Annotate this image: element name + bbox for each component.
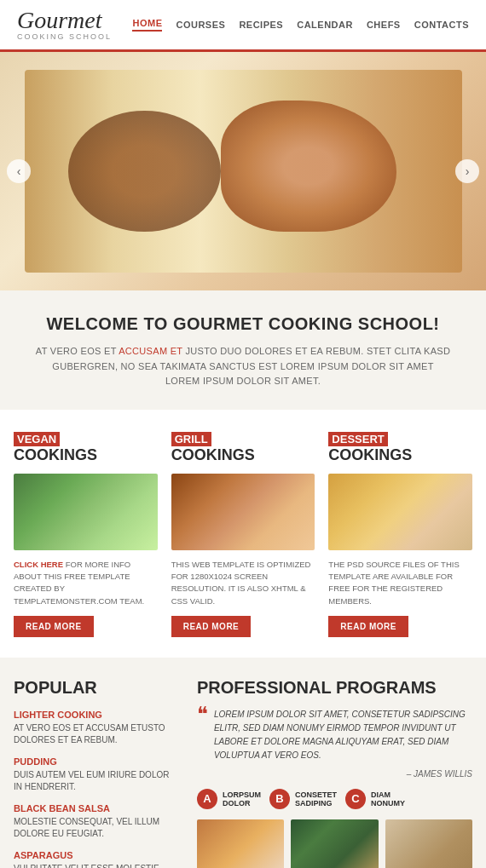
welcome-prefix: AT VERO EOS ET [36,346,119,356]
cooking-grill-readmore[interactable]: READ MORE [171,616,252,637]
nav-contacts[interactable]: CONTACTS [414,20,469,30]
program-b-text: CONSETET SADIPING [295,790,337,808]
cooking-vegan-desc: CLICK HERE FOR MORE INFO ABOUT THIS FREE… [14,559,158,607]
cooking-grill-desc: THIS WEB TEMPLATE IS OPTIMIZED FOR 1280X… [171,559,315,607]
cooking-grill-highlight: GRILL [171,432,211,447]
cooking-dessert-main: COOKINGS [328,446,472,465]
popular-item-3: ASPARAGUS VULPUTATE VELIT ESSE MOLESTIE … [14,850,176,868]
program-c-circle: C [345,789,366,809]
nav-courses[interactable]: COURSES [176,20,225,30]
program-image-3 [385,819,472,868]
logo-sub: COOKING SCHOOL [17,32,112,41]
cooking-vegan-readmore[interactable]: READ MORE [14,616,94,637]
popular-item-3-desc: VULPUTATE VELIT ESSE MOLESTIE CONSEQUAT. [14,863,176,868]
program-b-circle: B [269,789,290,809]
popular-item-1: PUDDING DUIS AUTEM VEL EUM IRIURE DOLOR … [14,756,176,793]
programs-row: A LORPSUM DOLOR B CONSETET SADIPING C DI… [197,789,472,809]
cookings-grid: VEGAN COOKINGS CLICK HERE FOR MORE INFO … [14,430,472,637]
popular-item-1-title: PUDDING [14,756,176,767]
bottom-section: POPULAR LIGHTER COOKING AT VERO EOS ET A… [0,658,486,868]
cooking-dessert: DESSERT COOKINGS THE PSD SOURCE FILES OF… [328,430,472,637]
logo: Gourmet COOKING SCHOOL [17,9,112,41]
cookings-section: VEGAN COOKINGS CLICK HERE FOR MORE INFO … [0,410,486,658]
popular-item-0-title: LIGHTER COOKING [14,710,176,720]
popular-item-2-desc: MOLESTIE CONSEQUAT, VEL ILLUM DOLORE EU … [14,816,176,840]
cooking-dessert-title: DESSERT COOKINGS [328,430,472,465]
welcome-title: WELCOME TO GOURMET COOKING SCHOOL! [34,314,452,334]
main-nav: HOME COURSES RECIPES CALENDAR CHEFS CONT… [132,18,469,32]
popular-item-0: LIGHTER COOKING AT VERO EOS ET ACCUSAM E… [14,710,176,746]
popular-title: POPULAR [14,678,176,698]
popular-item-1-desc: DUIS AUTEM VEL EUM IRIURE DOLOR IN HENDR… [14,769,176,793]
cooking-dessert-image [328,474,472,550]
program-c-text: DIAM NONUMY [371,790,405,808]
cooking-grill-title: GRILL COOKINGS [171,430,315,465]
nav-calendar[interactable]: CALENDAR [297,20,353,30]
popular-item-3-title: ASPARAGUS [14,850,176,860]
cooking-grill-main: COOKINGS [171,446,315,465]
cooking-vegan-title: VEGAN COOKINGS [14,430,158,465]
popular-item-0-desc: AT VERO EOS ET ACCUSAM ETUSTO DOLORES ET… [14,722,176,746]
nav-recipes[interactable]: RECIPES [239,20,283,30]
nav-chefs[interactable]: CHEFS [367,20,401,30]
popular-panel: POPULAR LIGHTER COOKING AT VERO EOS ET A… [14,678,190,868]
cooking-vegan-link[interactable]: CLICK HERE [14,560,63,569]
cooking-vegan-main: COOKINGS [14,446,158,465]
cooking-dessert-readmore[interactable]: READ MORE [328,616,408,637]
program-a-circle: A [197,789,217,809]
cooking-grill-image [171,474,315,550]
slider-prev-button[interactable]: ‹ [7,159,31,183]
program-a: A LORPSUM DOLOR [197,789,261,809]
welcome-accent: ACCUSAM ET [119,346,182,356]
nav-home[interactable]: HOME [132,18,162,32]
hero-slider: ‹ › [0,52,486,290]
slider-next-button[interactable]: › [455,159,479,183]
program-c: C DIAM NONUMY [345,789,405,809]
program-a-text: LORPSUM DOLOR [223,790,261,808]
cooking-vegan-highlight: VEGAN [14,432,60,447]
professional-panel: PROFESSIONAL PROGRAMS ❝ LOREM IPSUM DOLO… [190,678,472,868]
cooking-grill: GRILL COOKINGS THIS WEB TEMPLATE IS OPTI… [171,430,315,637]
popular-item-2: BLACK BEAN SALSA MOLESTIE CONSEQUAT, VEL… [14,803,176,840]
program-b: B CONSETET SADIPING [269,789,337,809]
popular-item-2-title: BLACK BEAN SALSA [14,803,176,813]
quote-author: – JAMES WILLIS [197,769,472,779]
program-image-2 [291,819,378,868]
professional-title: PROFESSIONAL PROGRAMS [197,678,472,698]
program-images [197,819,472,868]
logo-name: Gourmet [17,7,102,33]
hero-food-image [25,70,462,273]
cooking-vegan-image [14,474,158,550]
welcome-body: AT VERO EOS ET ACCUSAM ET JUSTO DUO DOLO… [34,344,452,389]
professional-quote: ❝ LOREM IPSUM DOLOR SIT AMET, CONSETETUR… [197,708,472,762]
welcome-section: WELCOME TO GOURMET COOKING SCHOOL! AT VE… [0,290,486,410]
cooking-dessert-desc: THE PSD SOURCE FILES OF THIS TEMPLATE AR… [328,559,472,607]
program-image-1 [197,819,284,868]
quote-mark-icon: ❝ [197,704,208,725]
cooking-dessert-highlight: DESSERT [328,432,387,447]
cooking-vegan: VEGAN COOKINGS CLICK HERE FOR MORE INFO … [14,430,158,637]
